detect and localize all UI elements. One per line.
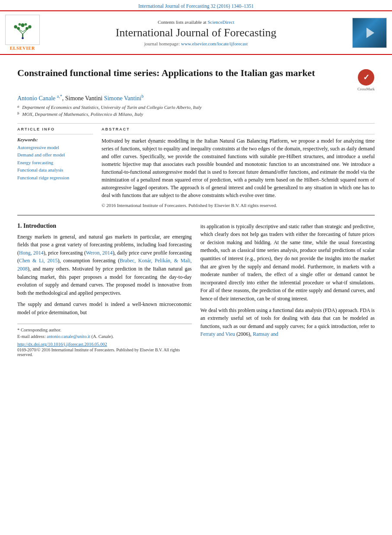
divider-info: [17, 134, 93, 134]
journal-center: Contents lists available at ScienceDirec…: [44, 19, 348, 46]
svg-text:✓: ✓: [363, 73, 370, 82]
affiliation-a: a Department of Economics and Statistics…: [17, 104, 375, 111]
keyword-2[interactable]: Demand and offer model: [17, 151, 93, 159]
author-b-sup: b: [141, 94, 143, 99]
intro-para-2: The supply and demand curves model is in…: [17, 300, 192, 316]
elsevier-brand-text: ELSEVIER: [10, 46, 35, 51]
svg-point-12: [22, 37, 24, 39]
email-link[interactable]: antonio.canale@unito.it: [47, 334, 90, 339]
journal-ref-header: International Journal of Forecasting 32 …: [0, 0, 392, 10]
doi-link[interactable]: http://dx.doi.org/10.1016/j.ijforecast.2…: [17, 342, 107, 347]
journal-title: International Journal of Forecasting: [44, 26, 348, 39]
svg-point-5: [14, 25, 17, 29]
journal-ref-text: International Journal of Forecasting 32 …: [138, 3, 254, 9]
section1-title: 1. Introduction: [17, 223, 192, 229]
intro-para-3: its application is typically descriptive…: [201, 223, 375, 303]
svg-point-7: [17, 27, 20, 30]
intro-para-4: We deal with this problem using a functi…: [201, 306, 375, 338]
footnote-area: * Corresponding author. E-mail address: …: [17, 324, 192, 357]
issn-line: 0169-2070/© 2016 International Institute…: [17, 347, 192, 357]
body-two-col: 1. Introduction Energy markets in genera…: [17, 223, 375, 357]
divider-1: [17, 123, 375, 124]
author-canale[interactable]: Antonio Canale: [17, 95, 57, 102]
title-section: Constrained functional time series: Appl…: [17, 60, 375, 91]
abstract-col: ABSTRACT Motivated by market dynamic mod…: [102, 127, 375, 208]
page: International Journal of Forecasting 32 …: [0, 0, 392, 366]
journal-header: ELSEVIER Contents lists available at Sci…: [0, 10, 392, 55]
copyright-line: © 2016 International Institute of Foreca…: [102, 203, 375, 208]
article-body: Constrained functional time series: Appl…: [0, 55, 392, 357]
abstract-heading: ABSTRACT: [102, 127, 375, 131]
journal-homepage: journal homepage: www.elsevier.com/locat…: [44, 41, 348, 46]
author-vantini[interactable]: Simone Vantini: [104, 95, 141, 102]
divider-2: [17, 215, 375, 216]
link-chen[interactable]: Chen & Li, 2015: [19, 258, 58, 264]
crossmark-container[interactable]: ✓ CrossMark: [357, 67, 375, 91]
keyword-1[interactable]: Autoregressive model: [17, 144, 93, 152]
intro-para-1: Energy markets in general, and natural g…: [17, 233, 192, 297]
article-info-col: ARTICLE INFO Keywords: Autoregressive mo…: [17, 127, 93, 208]
article-info-heading: ARTICLE INFO: [17, 127, 93, 131]
svg-rect-0: [22, 34, 23, 37]
link-ferraty[interactable]: Ferraty and Vieu: [201, 331, 235, 337]
affiliations: a Department of Economics and Statistics…: [17, 104, 375, 118]
link-hong[interactable]: Hong, 2014: [19, 250, 44, 256]
svg-point-9: [21, 23, 24, 27]
svg-point-10: [18, 23, 21, 25]
body-left-col: 1. Introduction Energy markets in genera…: [17, 223, 192, 357]
keyword-5[interactable]: Functional ridge regression: [17, 174, 93, 182]
homepage-link[interactable]: www.elsevier.com/locate/ijforecast: [181, 41, 248, 46]
body-right-col: its application is typically descriptive…: [201, 223, 375, 357]
article-title: Constrained functional time series: Appl…: [17, 67, 353, 80]
author-a-sup: a,*: [57, 94, 62, 99]
crossmark-icon: ✓: [357, 69, 375, 86]
contents-line: Contents lists available at ScienceDirec…: [44, 19, 348, 25]
crossmark-label: CrossMark: [357, 87, 375, 91]
svg-point-8: [25, 27, 29, 30]
divider-abstract: [102, 134, 375, 134]
keyword-3[interactable]: Energy forecasting: [17, 159, 93, 167]
authors: Antonio Canale a,*, Simone Vantini Simon…: [17, 94, 375, 102]
footnote-corresponding: * Corresponding author.: [17, 327, 192, 334]
svg-point-6: [28, 25, 32, 29]
info-abstract-cols: ARTICLE INFO Keywords: Autoregressive mo…: [17, 127, 375, 208]
keywords-label: Keywords:: [17, 137, 93, 142]
footnote-email: E-mail address: antonio.canale@unito.it …: [17, 333, 192, 340]
affiliation-b: b MOX, Department of Mathematics, Polite…: [17, 111, 375, 118]
sciencedirect-link[interactable]: ScienceDirect: [207, 19, 234, 25]
elsevier-tree-icon: [11, 20, 35, 40]
elsevier-logo: ELSEVIER: [5, 15, 40, 51]
link-ramsay[interactable]: Ramsay and: [253, 331, 278, 337]
keyword-4[interactable]: Functional data analysis: [17, 166, 93, 174]
link-weron[interactable]: Weron, 2014: [86, 250, 113, 256]
abstract-text: Motivated by market dynamic modelling in…: [102, 137, 375, 199]
svg-point-11: [24, 23, 27, 25]
play-icon: [367, 28, 374, 38]
doi-line[interactable]: http://dx.doi.org/10.1016/j.ijforecast.2…: [17, 342, 192, 347]
journal-thumbnail: [352, 18, 387, 48]
